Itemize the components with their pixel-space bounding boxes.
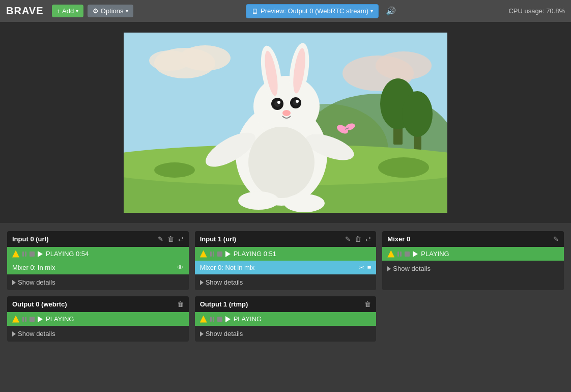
show-details-mixer0[interactable]: Show details	[382, 261, 564, 276]
svg-point-28	[296, 100, 299, 103]
triangle-icon-input1	[200, 280, 204, 285]
stop-icon-output1	[217, 317, 222, 322]
show-details-label-output0: Show details	[18, 330, 55, 338]
mixer-label-input1: Mixer 0: Not in mix	[200, 264, 255, 271]
pause-icon-output0	[22, 317, 26, 322]
cpu-usage: CPU usage: 70.8%	[508, 7, 565, 15]
add-button[interactable]: + Add ▾	[52, 5, 84, 17]
show-details-output1[interactable]: Show details	[195, 326, 377, 342]
card-title-mixer0: Mixer 0	[387, 235, 410, 243]
status-bar-output0: PLAYING	[7, 312, 189, 326]
status-bar-input1: PLAYING 0:51	[195, 247, 377, 261]
status-text-input1: PLAYING 0:51	[234, 250, 276, 258]
card-actions-input1: ✎ 🗑 ⇄	[345, 235, 371, 243]
status-text-input0: PLAYING 0:54	[46, 250, 89, 258]
pause-icon-mixer0	[397, 251, 402, 257]
card-output1: Output 1 (rtmp) 🗑 PLAYING Show details	[195, 296, 377, 342]
swap-icon-input1[interactable]: ⇄	[365, 235, 371, 243]
card-title-output0: Output 0 (webrtc)	[12, 300, 67, 308]
show-details-label-mixer0: Show details	[393, 265, 431, 272]
status-text-output1: PLAYING	[234, 315, 262, 323]
volume-icon[interactable]: 🔊	[386, 6, 396, 16]
pause-icon-output1	[210, 317, 214, 322]
show-details-input0[interactable]: Show details	[7, 274, 189, 290]
warn-icon-mixer0	[387, 250, 394, 258]
show-details-label-input0: Show details	[18, 278, 55, 286]
options-button-label: ⚙ Options	[93, 7, 123, 15]
play-icon-output0[interactable]	[38, 316, 43, 322]
card-header-output0: Output 0 (webrtc) 🗑	[7, 296, 189, 312]
mixer-row-input1: Mixer 0: Not in mix ✂ ≡	[195, 261, 377, 274]
status-text-output0: PLAYING	[46, 315, 74, 323]
status-bar-output1: PLAYING	[195, 312, 377, 326]
play-icon-mixer0[interactable]	[413, 251, 418, 257]
card-mixer0: Mixer 0 ✎ PLAYING Show details	[382, 231, 564, 290]
play-icon-input1[interactable]	[225, 251, 231, 257]
mixer-label-input0: Mixer 0: In mix	[12, 264, 55, 271]
video-frame	[124, 33, 447, 213]
delete-icon-input1[interactable]: 🗑	[355, 235, 361, 243]
swap-icon-input0[interactable]: ⇄	[178, 235, 184, 243]
card-actions-input0: ✎ 🗑 ⇄	[158, 235, 184, 243]
pause-icon-input0	[22, 251, 26, 257]
delete-icon-output1[interactable]: 🗑	[364, 300, 371, 308]
add-button-label: + Add	[57, 7, 74, 15]
card-input1: Input 1 (url) ✎ 🗑 ⇄ PLAYING 0:51 Mixer 0…	[195, 231, 377, 290]
play-icon-output1[interactable]	[225, 316, 231, 322]
svg-point-15	[154, 162, 195, 178]
preview-area	[0, 22, 571, 223]
triangle-icon-input0	[12, 280, 16, 285]
show-details-output0[interactable]: Show details	[7, 326, 189, 342]
card-header-input0: Input 0 (url) ✎ 🗑 ⇄	[7, 231, 189, 247]
card-header-mixer0: Mixer 0 ✎	[382, 231, 564, 247]
mixer-row-icons-input1: ✂ ≡	[359, 264, 372, 271]
svg-point-16	[378, 157, 429, 178]
show-details-label-output1: Show details	[206, 330, 243, 338]
svg-point-32	[248, 127, 315, 198]
card-title-input1: Input 1 (url)	[200, 235, 237, 243]
preview-video	[124, 33, 447, 213]
pause-icon-input1	[210, 251, 214, 257]
svg-point-29	[282, 110, 291, 116]
scissors-icon-input1[interactable]: ✂	[359, 264, 364, 271]
edit-icon-input1[interactable]: ✎	[345, 235, 351, 243]
warn-icon-output0	[12, 316, 19, 323]
status-bar-mixer0: PLAYING	[382, 247, 564, 261]
edit-icon-mixer0[interactable]: ✎	[553, 235, 559, 243]
delete-icon-input0[interactable]: 🗑	[167, 235, 174, 243]
svg-point-11	[402, 91, 433, 137]
warn-icon-input0	[12, 250, 19, 258]
svg-point-25	[277, 101, 280, 104]
show-details-label-input1: Show details	[206, 278, 243, 286]
preview-button-label: Preview: Output 0 (WebRTC stream)	[261, 7, 368, 15]
play-icon-input0[interactable]	[38, 251, 43, 257]
svg-point-5	[376, 51, 432, 80]
preview-button[interactable]: 🖥 Preview: Output 0 (WebRTC stream) ▾	[246, 4, 379, 18]
add-caret-icon: ▾	[76, 8, 78, 14]
svg-point-3	[149, 50, 190, 71]
monitor-icon: 🖥	[251, 7, 259, 15]
card-actions-output1: 🗑	[364, 300, 371, 308]
card-header-input1: Input 1 (url) ✎ 🗑 ⇄	[195, 231, 377, 247]
layers-icon-input1[interactable]: ≡	[367, 264, 372, 271]
mixer-row-input0: Mixer 0: In mix 👁	[7, 261, 189, 274]
card-title-output1: Output 1 (rtmp)	[200, 300, 248, 308]
options-caret-icon: ▾	[126, 8, 128, 14]
card-output0: Output 0 (webrtc) 🗑 PLAYING Show details	[7, 296, 189, 342]
show-details-input1[interactable]: Show details	[195, 274, 377, 290]
warn-icon-output1	[200, 316, 207, 323]
triangle-icon-mixer0	[387, 266, 391, 271]
stop-icon-input1	[217, 251, 222, 257]
triangle-icon-output0	[12, 331, 16, 337]
delete-icon-output0[interactable]: 🗑	[177, 300, 184, 308]
stop-icon-mixer0	[405, 251, 410, 257]
eye-slash-icon-input0[interactable]: 👁	[177, 264, 184, 271]
options-button[interactable]: ⚙ Options ▾	[88, 5, 133, 17]
brand-logo: BRAVE	[6, 5, 44, 17]
stop-icon-input0	[30, 251, 35, 257]
card-input0: Input 0 (url) ✎ 🗑 ⇄ PLAYING 0:54 Mixer 0…	[7, 231, 189, 290]
edit-icon-input0[interactable]: ✎	[158, 235, 163, 243]
stop-icon-output0	[30, 317, 35, 322]
svg-point-34	[284, 194, 325, 212]
triangle-icon-output1	[200, 331, 204, 337]
